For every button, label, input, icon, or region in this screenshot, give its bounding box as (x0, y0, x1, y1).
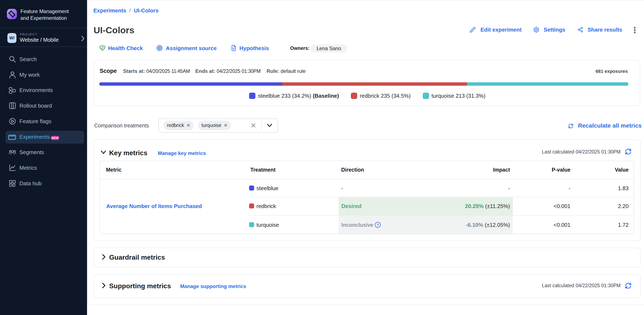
svg-text:?: ? (376, 223, 379, 227)
